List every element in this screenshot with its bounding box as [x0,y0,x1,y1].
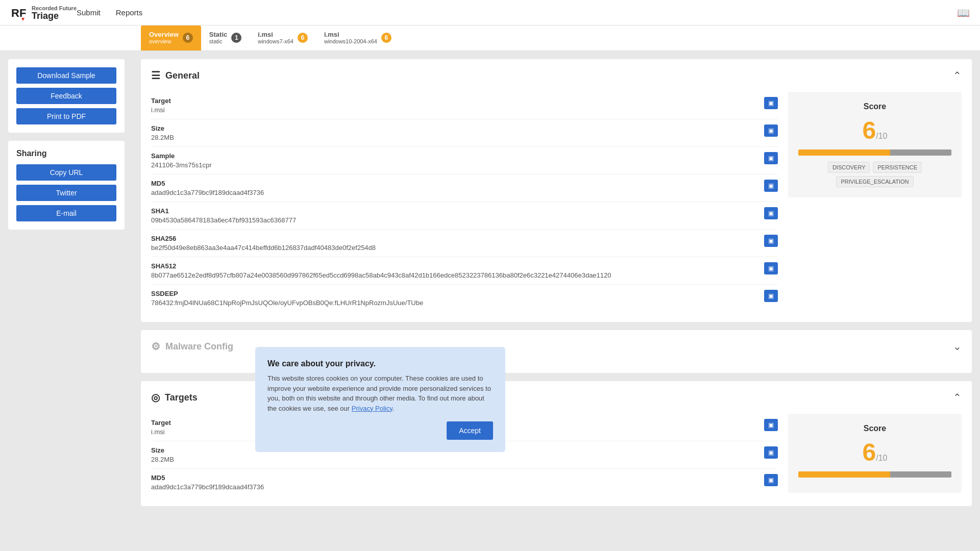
tab-imsi-win7[interactable]: i.msi windows7-x64 6 [250,26,316,51]
copy-field-button[interactable]: ▣ [764,97,778,109]
targets-score-area: Score 6/10 [788,414,962,496]
cookie-privacy-link[interactable]: Privacy Policy [352,405,393,412]
copy-field-button[interactable]: ▣ [764,290,778,302]
field-label: Size [151,124,174,132]
tab-overview-label: Overview [149,31,179,38]
copy-field-button[interactable]: ▣ [764,262,778,274]
copy-field-button[interactable]: ▣ [764,207,778,219]
score-bar [798,149,951,156]
tabs-bar: Overview overview 6 Static static 1 i.ms… [0,26,980,51]
svg-text:RF: RF [11,7,26,19]
field-value: 786432:fmjD4lNUa68C1NpRojPmJsUQOle/oyUFv… [151,299,423,307]
field-value: 241106-3ms75s1cpr [151,161,212,169]
targets-title-text: Targets [165,392,198,403]
copy-field-button[interactable]: ▣ [764,124,778,137]
copy-field-button[interactable]: ▣ [764,446,778,459]
tab-imsi-win10-label: i.msi [324,31,377,38]
general-title-text: General [165,70,200,81]
book-icon[interactable]: 📖 [957,7,970,19]
twitter-button[interactable]: Twitter [16,185,116,201]
tab-imsi-win10[interactable]: i.msi windows10-2004-x64 6 [316,26,400,51]
tab-overview-sublabel: overview [149,38,179,44]
field-label: SHA256 [151,235,376,242]
logo-line2: Triage [32,11,77,20]
copy-field-button[interactable]: ▣ [764,474,778,486]
print-to-pdf-button[interactable]: Print to PDF [16,108,116,124]
field-label: MD5 [151,474,264,482]
cookie-title: We care about your privacy. [267,359,493,368]
field-row: Size 28.2MB ▣ [151,119,778,147]
nav-submit[interactable]: Submit [77,8,101,17]
cookie-text: This website stores cookies on your comp… [267,373,493,413]
general-body: Target i.msi ▣ Size 28.2MB ▣ Sample 2411… [151,92,962,312]
tab-imsi-win7-sublabel: windows7-x64 [258,38,293,44]
score-tag: PERSISTENCE [873,162,922,173]
tab-static[interactable]: Static static 1 [201,26,250,51]
tab-overview-badge: 6 [183,33,193,43]
nav-reports[interactable]: Reports [116,8,143,17]
download-sample-button[interactable]: Download Sample [16,67,116,84]
targets-score-card: Score 6/10 [788,414,962,493]
actions-card: Download Sample Feedback Print to PDF [8,59,125,133]
tab-imsi-win10-badge: 6 [381,33,391,43]
field-value: 28.2MB [151,456,174,463]
sharing-card: Sharing Copy URL Twitter E-mail [8,141,125,230]
score-tag: PRIVILEGE_ESCALATION [836,176,913,187]
sharing-title: Sharing [16,149,116,158]
score-card: Score 6/10 DISCOVERYPERSISTENCEPRIVILEGE… [788,92,962,197]
copy-field-button[interactable]: ▣ [764,152,778,164]
general-card: ☰ General ⌃ Target i.msi ▣ Size 28.2MB ▣ [141,59,972,322]
score-tag: DISCOVERY [828,162,870,173]
header: RF Recorded Future Triage Submit Reports… [0,0,980,26]
copy-field-button[interactable]: ▣ [764,235,778,247]
field-label: Sample [151,152,212,160]
tab-imsi-win7-badge: 6 [298,33,308,43]
field-row: Sample 241106-3ms75s1cpr ▣ [151,147,778,174]
sidebar: Download Sample Feedback Print to PDF Sh… [0,51,133,551]
general-title: ☰ General [151,69,200,82]
field-value: be2f50d49e8eb863aa3e4aa47c414beffdd6b126… [151,244,376,252]
cookie-banner: We care about your privacy. This website… [255,347,505,452]
field-value: 28.2MB [151,134,174,141]
score-display: 6/10 [798,116,951,144]
targets-title: ◎ Targets [151,391,198,404]
field-label: SHA1 [151,207,296,215]
copy-field-button[interactable]: ▣ [764,419,778,431]
field-label: SHA512 [151,262,611,270]
copy-field-button[interactable]: ▣ [764,180,778,192]
content: ☰ General ⌃ Target i.msi ▣ Size 28.2MB ▣ [133,51,980,551]
score-bar-empty [890,149,951,156]
score-max: /10 [876,132,887,140]
targets-score-value: 6 [863,439,876,466]
general-score-area: Score 6/10 DISCOVERYPERSISTENCEPRIVILEGE… [788,92,962,312]
targets-score-display: 6/10 [798,438,951,466]
targets-score-bar-filled [798,471,890,478]
targets-icon: ◎ [151,391,160,404]
field-value: 09b4530a586478183a6ec47bf931593ac6368777 [151,216,296,224]
field-label: Target [151,419,171,427]
score-bar-filled [798,149,890,156]
targets-collapse-button[interactable]: ⌃ [953,391,962,404]
tab-imsi-win7-label: i.msi [258,31,293,38]
general-icon: ☰ [151,69,160,82]
logo[interactable]: RF Recorded Future Triage [10,4,77,22]
general-collapse-button[interactable]: ⌃ [953,69,962,82]
email-button[interactable]: E-mail [16,205,116,221]
score-tags: DISCOVERYPERSISTENCEPRIVILEGE_ESCALATION [798,162,951,187]
header-right: 📖 [957,7,970,19]
malware-collapse-button[interactable]: ⌄ [953,340,962,353]
targets-score-max: /10 [876,454,887,462]
field-row: SHA256 be2f50d49e8eb863aa3e4aa47c414beff… [151,230,778,257]
field-row: SHA1 09b4530a586478183a6ec47bf931593ac63… [151,202,778,230]
tab-overview[interactable]: Overview overview 6 [141,26,201,51]
score-title: Score [798,102,951,111]
general-section-header: ☰ General ⌃ [151,69,962,82]
cookie-accept-button[interactable]: Accept [447,421,493,440]
copy-url-button[interactable]: Copy URL [16,164,116,181]
field-label: Size [151,446,174,454]
score-value: 6 [863,117,876,144]
malware-title-text: Malware Config [165,341,233,352]
feedback-button[interactable]: Feedback [16,88,116,104]
main-layout: Download Sample Feedback Print to PDF Sh… [0,51,980,551]
field-label: Target [151,97,171,105]
